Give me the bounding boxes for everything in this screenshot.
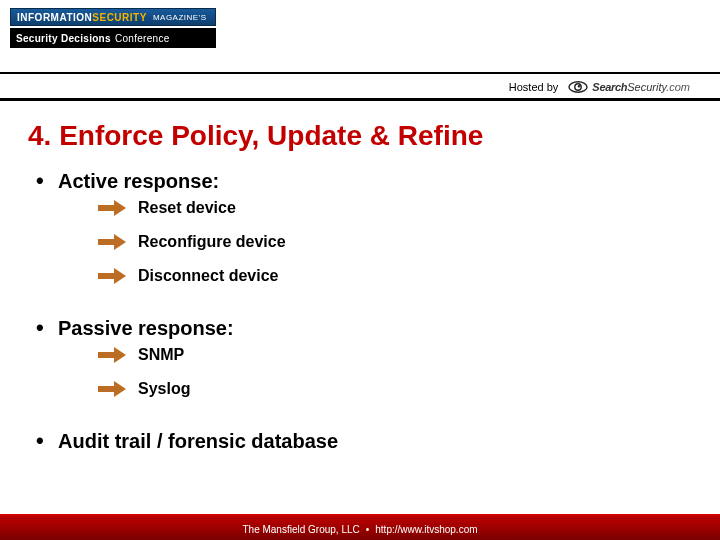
slide-body: 4. Enforce Policy, Update & Refine Activ…	[28, 112, 692, 500]
bullet-audit-trail: Audit trail / forensic database	[58, 430, 692, 453]
searchsecurity-part2: Security	[627, 81, 666, 93]
arrow-right-icon	[98, 235, 126, 249]
slide-header: INFORMATION SECURITY MAGAZINE'S Security…	[0, 0, 720, 102]
logo-sdc-word-sd: Security Decisions	[16, 33, 111, 44]
arrow-item-label: SNMP	[138, 346, 184, 364]
slide-title: 4. Enforce Policy, Update & Refine	[28, 120, 692, 152]
searchsecurity-part1: Search	[592, 81, 627, 93]
eye-icon	[568, 80, 588, 94]
hosted-by-label: Hosted by	[509, 81, 559, 93]
logo-sdc-word-conf: Conference	[115, 33, 170, 44]
logo-infosec-word-mag: MAGAZINE'S	[153, 13, 207, 22]
bullet-label: Active response:	[58, 170, 219, 192]
footer-separator: •	[366, 524, 370, 535]
arrow-list-active: Reset device Reconfigure device Disconne…	[58, 193, 692, 307]
list-item: SNMP	[98, 346, 692, 364]
svg-point-1	[575, 84, 581, 90]
list-item: Syslog	[98, 380, 692, 398]
arrow-right-icon	[98, 348, 126, 362]
information-security-magazine-logo: INFORMATION SECURITY MAGAZINE'S	[10, 8, 216, 26]
arrow-right-icon	[98, 201, 126, 215]
arrow-item-label: Disconnect device	[138, 267, 279, 285]
security-decisions-conference-logo: Security Decisions Conference	[10, 28, 216, 48]
arrow-right-icon	[98, 269, 126, 283]
searchsecurity-logo: SearchSecurity.com	[568, 80, 690, 94]
footer-url: http://www.itvshop.com	[375, 524, 477, 535]
bullet-label: Audit trail / forensic database	[58, 430, 338, 452]
slide: INFORMATION SECURITY MAGAZINE'S Security…	[0, 0, 720, 540]
header-divider-thin	[0, 72, 720, 74]
slide-footer: The Mansfield Group, LLC • http://www.it…	[0, 514, 720, 540]
hosted-by: Hosted by SearchSecurity.com	[509, 80, 690, 94]
bullet-list: Active response: Reset device Reconfigur…	[28, 170, 692, 453]
bullet-active-response: Active response: Reset device Reconfigur…	[58, 170, 692, 307]
searchsecurity-part3: .com	[666, 81, 690, 93]
header-divider-thick	[0, 98, 720, 101]
arrow-list-passive: SNMP Syslog	[58, 340, 692, 420]
logo-infosec-word-info: INFORMATION	[17, 12, 92, 23]
svg-point-2	[578, 85, 580, 87]
arrow-item-label: Reconfigure device	[138, 233, 286, 251]
footer-bar-bottom: The Mansfield Group, LLC • http://www.it…	[0, 519, 720, 540]
list-item: Disconnect device	[98, 267, 692, 285]
arrow-right-icon	[98, 382, 126, 396]
arrow-item-label: Syslog	[138, 380, 190, 398]
bullet-passive-response: Passive response: SNMP Syslog	[58, 317, 692, 420]
logo-infosec-word-sec: SECURITY	[92, 12, 147, 23]
bullet-label: Passive response:	[58, 317, 234, 339]
list-item: Reconfigure device	[98, 233, 692, 251]
header-logos: INFORMATION SECURITY MAGAZINE'S Security…	[10, 8, 220, 64]
footer-org: The Mansfield Group, LLC	[242, 524, 359, 535]
arrow-item-label: Reset device	[138, 199, 236, 217]
list-item: Reset device	[98, 199, 692, 217]
